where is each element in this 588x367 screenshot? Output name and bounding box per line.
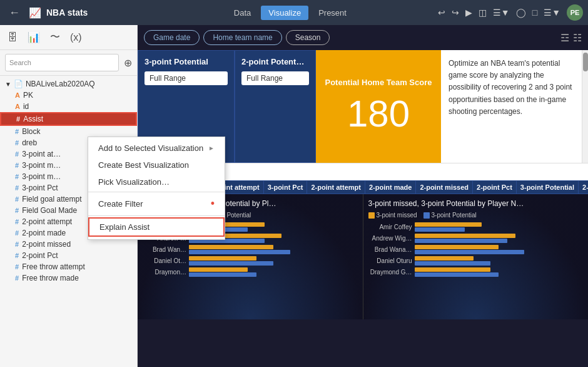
run-icon[interactable]: ▶: [465, 8, 472, 18]
context-menu-add-viz[interactable]: Add to Selected Visualization ►: [88, 140, 225, 157]
bar-blue: [415, 239, 507, 243]
bar-blue: [189, 272, 256, 277]
search-placeholder: Search: [9, 59, 31, 66]
filter-dot-icon: •: [211, 197, 215, 210]
card-2point-potential: 2-point Potent… Full Range: [235, 50, 316, 163]
menu-icon[interactable]: ☰▼: [493, 8, 510, 18]
formula-icon[interactable]: (x): [68, 31, 84, 44]
row-bars: [415, 245, 584, 254]
row-label: Andrew Wig…: [368, 235, 412, 242]
app-title: NBA stats: [46, 8, 88, 18]
row-bars: [415, 222, 584, 232]
grid-icon[interactable]: ◫: [479, 8, 487, 18]
tab-data[interactable]: Data: [226, 6, 258, 20]
pill-season[interactable]: Season: [286, 30, 330, 45]
field-label: 3-point m…: [22, 172, 61, 181]
redo-icon[interactable]: ↪: [452, 8, 459, 18]
pill-row: Game date Home team name Season ☲ ☷: [138, 25, 588, 50]
legend-3pt-potential: 3-point Potential: [423, 212, 477, 219]
scroll-indicator[interactable]: [582, 50, 588, 163]
card-2pt-dropdown[interactable]: Full Range: [241, 71, 309, 85]
scroll-thumb: [583, 53, 588, 71]
field-2pt-missed[interactable]: # 2-point missed: [0, 239, 137, 250]
bar-blue: [415, 272, 499, 277]
tree-root-label: NBALiveLab2020AQ: [26, 80, 95, 88]
top-bar-center: Data Visualize Present: [148, 6, 433, 20]
main-layout: 🗄 📊 〜 (x) Search ⊕ ▼ 📄 NBALiveLab2020AQ …: [0, 25, 588, 367]
tab-visualize[interactable]: Visualize: [261, 6, 308, 20]
export-icon[interactable]: ☰▼: [544, 8, 560, 18]
col-2pt-potential: 2-point Potential: [579, 181, 588, 194]
field-pk[interactable]: A PK: [0, 90, 137, 101]
bar-orange: [189, 267, 248, 272]
back-button[interactable]: ←: [5, 5, 24, 21]
field-label: 3-point m…: [22, 161, 61, 170]
bar-blue: [415, 227, 465, 232]
context-menu-create-filter[interactable]: Create Filter •: [88, 194, 225, 214]
num-type-icon: #: [15, 128, 19, 135]
search-input[interactable]: Search: [5, 54, 119, 71]
row-bars: [415, 256, 584, 266]
row-label: Brad Wana…: [368, 246, 412, 253]
tree-root-icon: 📄: [14, 80, 23, 88]
num-type-icon: #: [15, 207, 19, 214]
row-bars: [415, 267, 584, 277]
field-id[interactable]: A id: [0, 101, 137, 112]
col-2pt-pct: 2-point Pct: [473, 181, 517, 194]
bar-orange: [415, 267, 490, 272]
legend-3pt-missed: 3-point missed: [368, 212, 417, 219]
col-2pt-missed: 2-point missed: [416, 181, 473, 194]
context-menu-pick-viz[interactable]: Pick Visualization…: [88, 173, 225, 190]
bar-orange: [189, 245, 273, 249]
row-bars: [189, 256, 358, 266]
field-label: 2-point attempt: [22, 217, 72, 226]
bar-orange: [415, 245, 499, 249]
pill-home-team[interactable]: Home team name: [203, 30, 281, 45]
grid-view-icon[interactable]: ☷: [573, 32, 582, 44]
num-type-icon: #: [15, 274, 19, 282]
chart-row: Draymon…: [143, 267, 358, 277]
chart-icon[interactable]: 📊: [25, 30, 43, 44]
context-menu-explain[interactable]: Explain Assist: [88, 217, 225, 237]
add-field-button[interactable]: ⊕: [124, 57, 132, 69]
field-block[interactable]: # Block: [0, 126, 137, 137]
undo-icon[interactable]: ↩: [438, 8, 445, 18]
context-menu-divider2: [88, 215, 225, 216]
field-ft-attempt[interactable]: # Free throw attempt: [0, 261, 137, 272]
field-assist[interactable]: # Assist: [0, 112, 137, 126]
bar-blue: [415, 250, 524, 254]
card-home-team-score: Potential Home Team Score 180: [316, 50, 441, 163]
col-3pt-potential: 3-point Potential: [516, 181, 578, 194]
card-description: Optimize an NBA team's potential game sc…: [441, 50, 582, 163]
top-bar: ← 📈 NBA stats Data Visualize Present ↩ ↪…: [0, 0, 588, 25]
card-3pt-dropdown[interactable]: Full Range: [144, 71, 228, 85]
context-menu-best-viz[interactable]: Create Best Visualization: [88, 157, 225, 173]
num-type-icon: #: [15, 173, 19, 180]
bar-orange: [189, 256, 256, 261]
tree-toggle[interactable]: ▼: [5, 81, 11, 88]
chart-row: Daniel Ot…: [143, 256, 358, 266]
app-icon: 📈: [29, 7, 41, 19]
avatar[interactable]: PE: [567, 4, 583, 21]
field-label: 3-point at…: [22, 150, 61, 158]
field-ft-made[interactable]: # Free throw made: [0, 272, 137, 284]
database-icon[interactable]: 🗄: [5, 31, 20, 44]
num-type-icon: #: [15, 162, 19, 169]
pill-game-date[interactable]: Game date: [144, 30, 200, 45]
chart-2-title: 3-point missed, 3-point Potential by Pla…: [368, 199, 584, 208]
col-2pt-made: 2-point made: [365, 181, 415, 194]
chart-panel-2: 3-point missed, 3-point Potential by Pla…: [363, 194, 589, 319]
bar-blue: [415, 261, 490, 266]
filter-icon[interactable]: ☲: [560, 32, 569, 44]
field-label: Free throw attempt: [22, 262, 85, 271]
row-bars: [189, 245, 358, 254]
chart-2-rows: Amir Coffey Andrew Wig…: [368, 222, 584, 277]
wave-icon[interactable]: 〜: [48, 29, 63, 45]
num-type-icon: #: [15, 139, 19, 147]
bookmark-icon[interactable]: ◯: [516, 8, 526, 18]
field-2pt-pct[interactable]: # 2-point Pct: [0, 250, 137, 261]
row-bars: [415, 234, 584, 243]
tab-present[interactable]: Present: [311, 6, 354, 20]
card-score-title: Potential Home Team Score: [325, 78, 432, 87]
expand-icon[interactable]: □: [532, 8, 537, 18]
